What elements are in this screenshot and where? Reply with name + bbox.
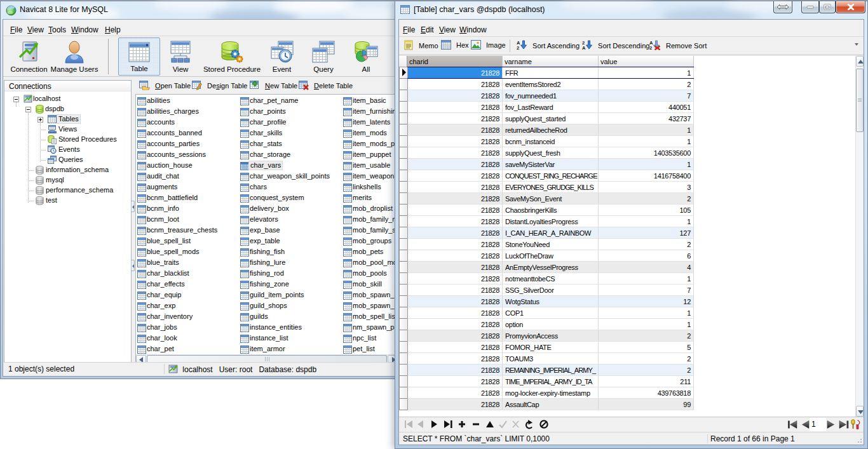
svg-text:2: 2 <box>649 45 652 50</box>
svg-text:2: 2 <box>517 45 519 50</box>
svg-text:A: A <box>582 45 586 50</box>
